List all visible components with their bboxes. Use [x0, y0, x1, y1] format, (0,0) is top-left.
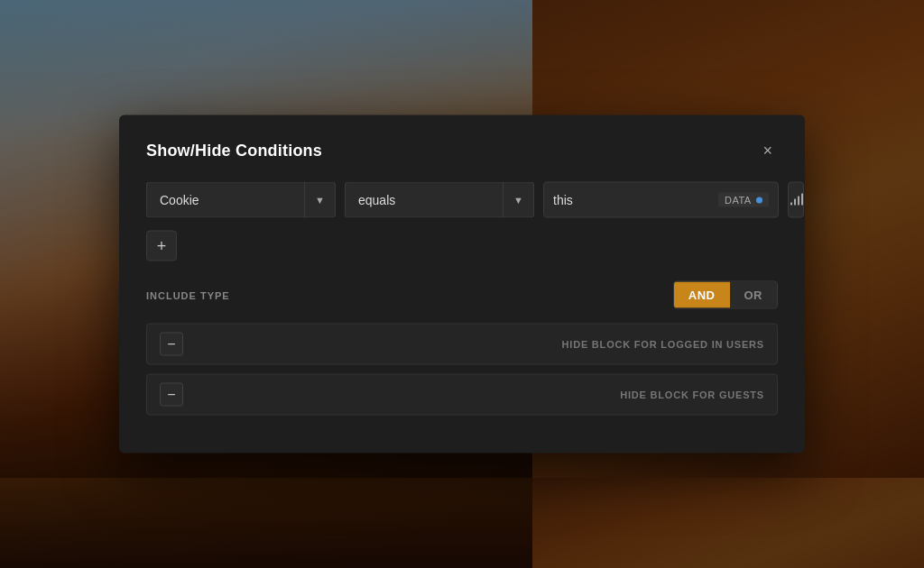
- edit-icon: [789, 193, 803, 207]
- toggle-and-button[interactable]: AND: [674, 282, 730, 308]
- value-input[interactable]: [553, 193, 711, 207]
- modal-wrapper: Show/Hide Conditions × Cookie ▼ equals ▼: [119, 115, 805, 453]
- toggle-group: AND OR: [673, 281, 778, 309]
- edit-icon-button[interactable]: [788, 182, 804, 218]
- add-condition-button[interactable]: +: [146, 231, 177, 261]
- include-type-label: INCLUDE TYPE: [146, 289, 230, 300]
- svg-rect-3: [801, 194, 803, 206]
- cookie-select-wrapper: Cookie ▼: [146, 182, 336, 218]
- modal-header: Show/Hide Conditions ×: [146, 141, 778, 160]
- operator-select[interactable]: equals: [345, 182, 503, 218]
- hide-logged-in-label: HIDE BLOCK FOR LOGGED IN USERS: [196, 339, 764, 350]
- bg-bottom-left: [0, 478, 532, 568]
- visibility-row-2: − HIDE BLOCK FOR GUESTS: [146, 374, 778, 416]
- include-type-row: INCLUDE TYPE AND OR: [146, 281, 778, 309]
- bg-bottom-right: [532, 478, 924, 568]
- svg-rect-1: [794, 199, 796, 206]
- condition-row: Cookie ▼ equals ▼ DATA: [146, 182, 778, 218]
- modal-title: Show/Hide Conditions: [146, 141, 322, 160]
- data-badge-label: DATA: [725, 195, 752, 206]
- data-dot-icon: [756, 197, 762, 203]
- hide-guests-label: HIDE BLOCK FOR GUESTS: [196, 389, 764, 400]
- value-field-wrapper: DATA: [543, 182, 779, 218]
- toggle-or-button[interactable]: OR: [730, 282, 778, 308]
- remove-guests-button[interactable]: −: [160, 383, 183, 407]
- operator-select-wrapper: equals ▼: [345, 182, 534, 218]
- data-badge: DATA: [718, 193, 769, 207]
- svg-rect-2: [798, 197, 799, 206]
- operator-dropdown-arrow[interactable]: ▼: [504, 182, 534, 218]
- visibility-row-1: − HIDE BLOCK FOR LOGGED IN USERS: [146, 324, 778, 365]
- close-button[interactable]: ×: [757, 141, 778, 160]
- svg-rect-0: [790, 203, 792, 206]
- cookie-select[interactable]: Cookie: [146, 182, 304, 218]
- remove-logged-in-button[interactable]: −: [160, 333, 183, 356]
- modal: Show/Hide Conditions × Cookie ▼ equals ▼: [119, 115, 805, 453]
- cookie-dropdown-arrow[interactable]: ▼: [305, 182, 336, 218]
